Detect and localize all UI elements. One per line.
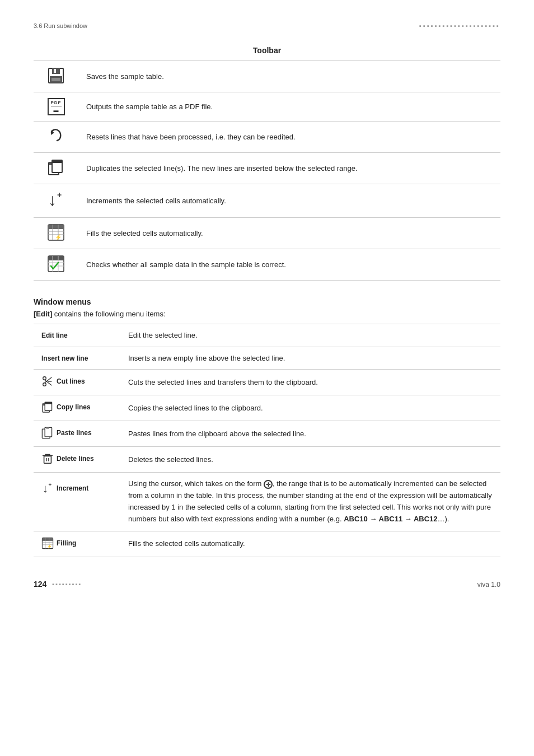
menu-label-increment: ↓ + Increment bbox=[34, 473, 120, 531]
svg-text:+: + bbox=[57, 190, 62, 199]
page-footer: 124 ▪▪▪▪▪▪▪▪▪ viva 1.0 bbox=[34, 580, 500, 589]
toolbar-icon-filling: ⚡ bbox=[34, 218, 78, 249]
copy-lines-label-group: Copy lines bbox=[41, 401, 91, 413]
toolbar-icon-undo bbox=[34, 122, 78, 153]
menu-row-delete-lines: Delete lines Deletes the selected lines. bbox=[34, 447, 500, 473]
menu-label-filling: ⚡ Filling bbox=[34, 531, 120, 557]
filling-icon: ⚡ bbox=[47, 223, 65, 241]
toolbar-desc-filling: Fills the selected cells automatically. bbox=[78, 218, 500, 249]
save-icon bbox=[47, 67, 65, 85]
menu-desc-insert-new-line: Inserts a new empty line above the selec… bbox=[120, 347, 500, 370]
svg-text:+: + bbox=[48, 482, 51, 488]
paste-icon bbox=[41, 427, 54, 439]
menu-desc-delete-lines: Deletes the selected lines. bbox=[120, 447, 500, 473]
menu-label-copy-lines: Copy lines bbox=[34, 395, 120, 421]
toolbar-row-increment: ↓ + Increments the selected cells automa… bbox=[34, 184, 500, 218]
menu-row-copy-lines: Copy lines Copies the selected lines to … bbox=[34, 395, 500, 421]
check-icon bbox=[47, 255, 65, 273]
svg-rect-33 bbox=[45, 402, 51, 404]
toolbar-row-filling: ⚡ Fills the selected cells automatically… bbox=[34, 218, 500, 249]
window-menus-section: Window menus [Edit] contains the followi… bbox=[34, 297, 500, 557]
increment-text: Increment bbox=[57, 484, 88, 492]
menus-table: Edit line Edit the selected line. Insert… bbox=[34, 324, 500, 557]
brand-label: viva 1.0 bbox=[477, 581, 500, 589]
menu-row-cut-lines: Cut lines Cuts the selected lines and tr… bbox=[34, 370, 500, 395]
menu-row-filling: ⚡ Filling Fills the selected cells autom… bbox=[34, 531, 500, 557]
menu-row-insert-new-line: Insert new line Inserts a new empty line… bbox=[34, 347, 500, 370]
svg-text:⚡: ⚡ bbox=[55, 234, 62, 241]
duplicate-icon bbox=[47, 158, 65, 176]
menu-row-edit-line: Edit line Edit the selected line. bbox=[34, 324, 500, 347]
toolbar-desc-save: Saves the sample table. bbox=[78, 61, 500, 92]
menu-item-label: Edit line bbox=[41, 332, 68, 339]
edit-intro-rest: contains the following menu items: bbox=[54, 310, 166, 318]
delete-lines-label-group: Delete lines bbox=[41, 452, 94, 465]
filling-label-group: ⚡ Filling bbox=[41, 537, 76, 549]
menu-desc-paste-lines: Pastes lines from the clipboard above th… bbox=[120, 421, 500, 447]
edit-bracket: [Edit] bbox=[34, 310, 52, 318]
toolbar-table: Saves the sample table. PDF ▬ Outputs th… bbox=[34, 60, 500, 281]
toolbar-desc-undo: Resets lines that have been processed, i… bbox=[78, 122, 500, 153]
menu-label-edit-line: Edit line bbox=[34, 324, 120, 347]
menu-label-delete-lines: Delete lines bbox=[34, 447, 120, 473]
svg-rect-13 bbox=[48, 225, 64, 229]
svg-rect-2 bbox=[54, 69, 56, 73]
toolbar-desc-pdf: Outputs the sample table as a PDF file. bbox=[78, 92, 500, 122]
toolbar-row-undo: Resets lines that have been processed, i… bbox=[34, 122, 500, 153]
menu-row-increment: ↓ + Increment Using the cursor, which ta… bbox=[34, 473, 500, 531]
svg-line-28 bbox=[45, 380, 52, 386]
section-label: 3.6 Run subwindow bbox=[34, 22, 87, 29]
menu-desc-cut-lines: Cuts the selected lines and transfers th… bbox=[120, 370, 500, 395]
svg-text:↓: ↓ bbox=[48, 190, 57, 209]
menu-desc-edit-line: Edit the selected line. bbox=[120, 324, 500, 347]
toolbar-row-duplicate: Duplicates the selected line(s). The new… bbox=[34, 153, 500, 184]
page-number: 124 bbox=[34, 580, 46, 589]
toolbar-title: Toolbar bbox=[34, 46, 500, 55]
cursor-symbol: ✛ bbox=[264, 480, 273, 489]
edit-contains-text: [Edit] contains the following menu items… bbox=[34, 310, 500, 318]
menu-label-paste-lines: Paste lines bbox=[34, 421, 120, 447]
toolbar-icon-increment: ↓ + bbox=[34, 184, 78, 218]
svg-point-26 bbox=[43, 377, 46, 380]
svg-rect-9 bbox=[52, 160, 62, 163]
menu-desc-copy-lines: Copies the selected lines to the clipboa… bbox=[120, 395, 500, 421]
page-header: 3.6 Run subwindow ▪▪▪▪▪▪▪▪▪▪▪▪▪▪▪▪▪▪▪▪▪ bbox=[34, 22, 500, 29]
toolbar-icon-check bbox=[34, 249, 78, 281]
toolbar-desc-duplicate: Duplicates the selected line(s). The new… bbox=[78, 153, 500, 184]
svg-rect-37 bbox=[44, 456, 51, 464]
undo-icon bbox=[47, 127, 65, 145]
window-menus-title: Window menus bbox=[34, 297, 500, 306]
svg-rect-20 bbox=[48, 256, 64, 260]
svg-text:⚡: ⚡ bbox=[47, 544, 52, 549]
cut-lines-label-group: Cut lines bbox=[41, 375, 85, 388]
toolbar-icon-pdf: PDF ▬ bbox=[34, 92, 78, 122]
menu-row-paste-lines: Paste lines Pastes lines from the clipbo… bbox=[34, 421, 500, 447]
svg-point-25 bbox=[43, 383, 46, 386]
footer-left: 124 ▪▪▪▪▪▪▪▪▪ bbox=[34, 580, 82, 589]
svg-rect-36 bbox=[46, 427, 49, 429]
toolbar-icon-save bbox=[34, 61, 78, 92]
cut-icon bbox=[41, 375, 54, 388]
menu-desc-filling: Fills the selected cells automatically. bbox=[120, 531, 500, 557]
example-bold: ABC10 → ABC11 → ABC12 bbox=[344, 515, 437, 523]
delete-icon bbox=[41, 452, 54, 465]
svg-rect-43 bbox=[42, 538, 53, 541]
paste-lines-text: Paste lines bbox=[57, 429, 92, 437]
increment-label-group: ↓ + Increment bbox=[41, 480, 88, 496]
copy-lines-text: Copy lines bbox=[57, 403, 91, 411]
header-dots: ▪▪▪▪▪▪▪▪▪▪▪▪▪▪▪▪▪▪▪▪▪ bbox=[419, 22, 500, 29]
paste-lines-label-group: Paste lines bbox=[41, 427, 92, 439]
toolbar-row-check: Checks whether all sample data in the sa… bbox=[34, 249, 500, 281]
delete-lines-text: Delete lines bbox=[57, 455, 94, 463]
svg-text:↓: ↓ bbox=[42, 482, 48, 494]
increment-menu-icon: ↓ + bbox=[41, 480, 54, 496]
svg-rect-35 bbox=[45, 428, 51, 437]
toolbar-desc-check: Checks whether all sample data in the sa… bbox=[78, 249, 500, 281]
toolbar-icon-duplicate bbox=[34, 153, 78, 184]
svg-rect-4 bbox=[51, 78, 60, 81]
svg-line-27 bbox=[45, 377, 52, 383]
cut-lines-text: Cut lines bbox=[57, 377, 85, 385]
pdf-icon: PDF ▬ bbox=[48, 98, 65, 115]
footer-dots: ▪▪▪▪▪▪▪▪▪ bbox=[52, 581, 82, 587]
copy-icon bbox=[41, 401, 54, 413]
